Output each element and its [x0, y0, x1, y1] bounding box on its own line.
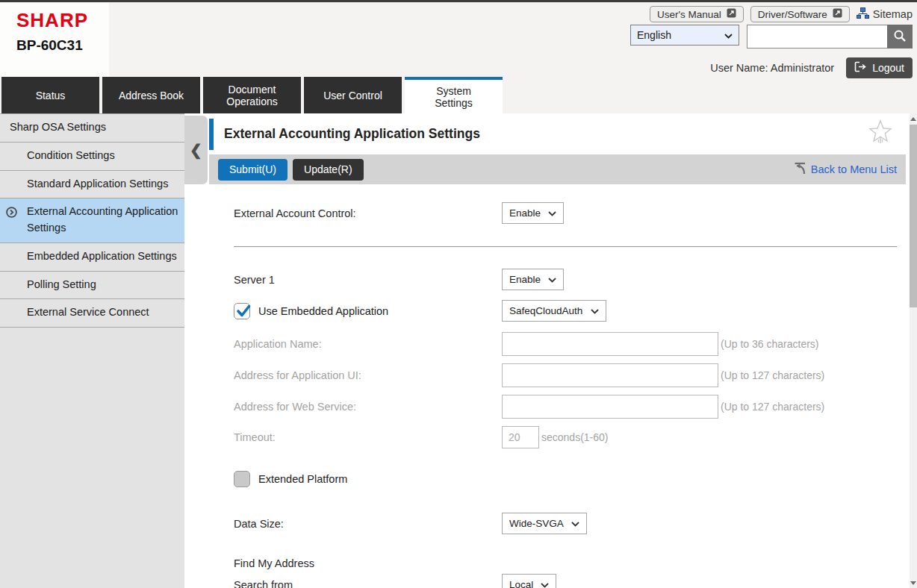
application-name-label: Application Name:: [234, 338, 502, 350]
sitemap-icon: [857, 7, 869, 21]
address-application-ui-input[interactable]: [502, 363, 718, 387]
address-web-service-label: Address for Web Service:: [234, 401, 502, 413]
chevron-left-icon: ❮: [190, 141, 202, 159]
sidebar-collapse-button[interactable]: ❮: [184, 116, 208, 184]
page-title: External Accounting Application Settings: [224, 126, 480, 142]
language-select[interactable]: English: [630, 25, 739, 46]
embedded-application-select[interactable]: SafeqCloudAuth: [502, 300, 606, 322]
settings-sidebar: Sharp OSA Settings Condition Settings St…: [0, 113, 184, 588]
scrollbar-down-arrow[interactable]: [910, 578, 917, 588]
application-name-note: (Up to 36 characters): [721, 338, 819, 350]
external-account-control-select[interactable]: Enable: [502, 202, 564, 224]
tab-document-operations[interactable]: Document Operations: [203, 77, 301, 113]
back-to-menu-link[interactable]: Back to Menu List: [794, 162, 897, 177]
extended-platform-label: Extended Platform: [258, 473, 347, 485]
timeout-label: Timeout:: [234, 431, 502, 443]
tab-status[interactable]: Status: [1, 77, 99, 113]
brand-block: SHARP BP-60C31: [0, 2, 109, 77]
tab-label: System Settings: [427, 85, 481, 109]
sitemap-link[interactable]: Sitemap: [857, 7, 913, 21]
sidebar-item-label: Condition Settings: [27, 149, 115, 161]
extended-platform-checkbox[interactable]: [234, 471, 250, 487]
data-size-select[interactable]: Wide-SVGA: [502, 513, 587, 534]
search-from-label: Search from: [234, 579, 502, 588]
address-web-service-input[interactable]: [502, 395, 718, 419]
title-accent-bar: [209, 119, 214, 150]
settings-form: External Account Control: Enable Server …: [209, 202, 906, 588]
address-application-ui-note: (Up to 127 characters): [721, 369, 824, 381]
sidebar-item-label: External Service Connect: [27, 306, 149, 318]
update-button[interactable]: Update(R): [293, 159, 364, 181]
logout-button[interactable]: Logout: [846, 57, 913, 78]
search-input[interactable]: [747, 25, 887, 49]
scrollbar-up-arrow[interactable]: [910, 113, 917, 124]
tab-label: User Control: [323, 90, 382, 101]
section-divider: [234, 246, 897, 247]
address-web-service-note: (Up to 127 characters): [721, 401, 824, 413]
sidebar-item-external-accounting-application-settings[interactable]: External Accounting Application Settings: [0, 198, 184, 243]
search-button[interactable]: [887, 25, 913, 49]
selected-value: Enable: [509, 274, 541, 285]
find-my-address-label: Find My Address: [234, 557, 502, 569]
main-tab-bar: Status Address Book Document Operations …: [0, 77, 917, 113]
action-toolbar: Submit(U) Update(R) Back to Menu List: [209, 154, 906, 184]
search-icon: [893, 29, 907, 45]
sidebar-item-embedded-application-settings[interactable]: Embedded Application Settings: [0, 243, 184, 272]
scrollbar-thumb[interactable]: [910, 125, 917, 307]
circle-right-arrow-icon: [6, 207, 17, 223]
checkmark-icon: [235, 303, 252, 319]
chevron-down-icon: [541, 579, 549, 588]
logout-icon: [854, 61, 866, 75]
users-manual-button[interactable]: User's Manual: [650, 6, 744, 22]
search-from-select[interactable]: Local: [502, 574, 556, 588]
tab-label: Address Book: [119, 90, 184, 101]
submit-button[interactable]: Submit(U): [218, 159, 287, 181]
users-manual-label: User's Manual: [657, 9, 721, 20]
tab-user-control[interactable]: User Control: [304, 77, 402, 113]
server1-select[interactable]: Enable: [502, 269, 564, 290]
tab-system-settings[interactable]: System Settings: [405, 77, 503, 113]
tab-address-book[interactable]: Address Book: [102, 77, 200, 113]
sidebar-item-label: Sharp OSA Settings: [10, 121, 106, 133]
sidebar-item-label: Standard Application Settings: [27, 178, 168, 190]
use-embedded-application-checkbox[interactable]: [234, 303, 250, 319]
sidebar-item-condition-settings[interactable]: Condition Settings: [0, 143, 184, 171]
user-name-label: User Name: Administrator: [710, 62, 834, 74]
sidebar-item-standard-application-settings[interactable]: Standard Application Settings: [0, 171, 184, 199]
logout-label: Logout: [872, 62, 904, 74]
sidebar-item-label: Embedded Application Settings: [27, 250, 177, 262]
tab-label: Status: [36, 90, 66, 101]
favorite-star-icon[interactable]: [868, 119, 892, 148]
chevron-down-icon: [591, 305, 599, 316]
selected-value: Local: [509, 579, 533, 588]
driver-software-button[interactable]: Driver/Software: [750, 6, 850, 22]
server1-label: Server 1: [234, 274, 502, 286]
header: SHARP BP-60C31 User's Manual Driver/Soft…: [0, 2, 917, 77]
selected-value: Wide-SVGA: [509, 518, 564, 529]
vertical-scrollbar[interactable]: [910, 113, 917, 588]
timeout-input[interactable]: [502, 426, 539, 448]
sidebar-item-polling-setting[interactable]: Polling Setting: [0, 272, 184, 300]
sidebar-item-label: External Accounting Application Settings: [27, 205, 178, 234]
chevron-down-icon: [571, 518, 579, 529]
external-link-icon: [833, 8, 842, 20]
sidebar-item-label: Polling Setting: [27, 278, 96, 290]
sidebar-item-external-service-connect[interactable]: External Service Connect: [0, 299, 184, 328]
return-arrow-icon: [794, 162, 806, 177]
data-size-label: Data Size:: [234, 518, 502, 530]
chevron-down-icon: [548, 274, 556, 285]
use-embedded-application-label: Use Embedded Application: [258, 305, 388, 317]
back-to-menu-label: Back to Menu List: [811, 163, 897, 175]
external-link-icon: [727, 8, 736, 20]
main-content: External Accounting Application Settings…: [184, 113, 917, 588]
application-name-input[interactable]: [502, 332, 718, 356]
language-selected-value: English: [637, 29, 671, 41]
driver-software-label: Driver/Software: [758, 9, 827, 20]
external-account-control-label: External Account Control:: [234, 207, 502, 219]
sitemap-label: Sitemap: [873, 8, 913, 20]
selected-value: Enable: [509, 207, 541, 219]
timeout-note: seconds(1-60): [541, 431, 609, 443]
sidebar-item-sharp-osa-settings[interactable]: Sharp OSA Settings: [0, 114, 184, 143]
tab-label: Document Operations: [226, 84, 279, 107]
model-number: BP-60C31: [16, 37, 109, 54]
